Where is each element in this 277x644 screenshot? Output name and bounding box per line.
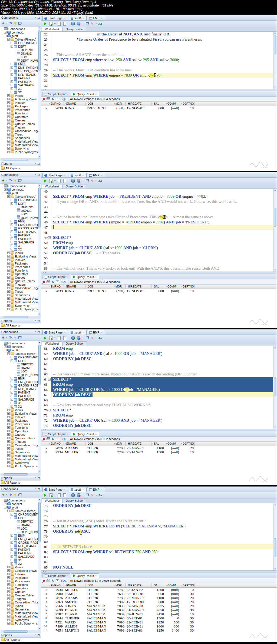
editor-scroll-thumb[interactable] — [274, 208, 276, 227]
grid-header-job[interactable]: ↕JOB — [85, 285, 113, 289]
grid-header-hiredate[interactable]: ↕HIREDATE — [126, 583, 151, 587]
tree-scrollbar[interactable]: ▲▼ — [38, 184, 41, 316]
grid-header-empno[interactable]: ↕EMPNO — [48, 285, 64, 289]
expand-icon[interactable]: + — [7, 147, 10, 150]
tree-item-public-synonyms[interactable]: +Public Synonyms — [0, 150, 41, 154]
tree-item-queues[interactable]: +Queues — [0, 118, 41, 122]
sort-icon[interactable]: ↕ — [86, 285, 87, 288]
sort-icon[interactable]: ↕ — [152, 584, 153, 587]
collapse-icon[interactable]: − — [4, 35, 6, 37]
add-connection-icon[interactable]: + — [2, 179, 4, 182]
restore-icon[interactable] — [38, 174, 40, 176]
expand-icon[interactable]: + — [11, 80, 13, 83]
expand-icon[interactable]: + — [11, 377, 13, 379]
code-line-79[interactable] — [51, 534, 273, 539]
expand-icon[interactable]: + — [7, 144, 10, 146]
scroll-up-icon[interactable]: ▲ — [38, 27, 41, 29]
sql-link[interactable]: SQL — [61, 437, 67, 441]
grid-header-empno[interactable]: ↕EMPNO — [48, 442, 64, 446]
code-line-75[interactable] — [51, 513, 273, 518]
tree-item-nfl-teams[interactable]: +NFL_TEAMS — [0, 73, 41, 76]
scroll-up-icon[interactable]: ▲ — [273, 346, 277, 349]
tree-item-dname[interactable]: DNAME — [0, 209, 41, 212]
tree-item-x1[interactable]: +X1 — [0, 244, 41, 247]
tree-item-emp[interactable]: +EMP — [0, 377, 41, 380]
sort-icon[interactable]: ↕ — [126, 285, 127, 288]
grid-header-empno[interactable]: ↕EMPNO — [48, 102, 64, 106]
tree-item-gross-products[interactable]: +GROSS_PRODUCTS — [0, 226, 41, 230]
code-line-46[interactable]: SELECT * FROM emp WHERE (empno = 7839 OR… — [51, 220, 273, 225]
expand-icon[interactable]: + — [11, 545, 13, 547]
tab-start-page[interactable]: ?Start Page× — [42, 330, 68, 335]
run-statement-icon[interactable] — [43, 179, 47, 183]
restore-icon[interactable] — [38, 17, 40, 19]
expand-icon[interactable]: + — [7, 98, 10, 100]
collapse-icon[interactable]: − — [4, 192, 6, 194]
tree-item-nfl-teams[interactable]: +NFL_TEAMS — [0, 544, 41, 548]
tree-item-patient[interactable]: +PATIENT — [0, 233, 41, 237]
expand-icon[interactable]: + — [7, 576, 10, 579]
code-line-74[interactable] — [51, 508, 273, 513]
expand-icon[interactable]: + — [11, 87, 13, 90]
sql-link[interactable]: SQL — [61, 579, 67, 582]
expand-icon[interactable]: + — [7, 601, 10, 603]
layout-icon[interactable] — [18, 179, 21, 182]
expand-icon[interactable]: + — [7, 287, 10, 289]
expand-icon[interactable]: + — [7, 283, 10, 286]
tree-item-public-synonyms[interactable]: +Public Synonyms — [0, 622, 41, 625]
code-line-28[interactable] — [51, 62, 273, 68]
tree-item-x1[interactable]: +X1 — [0, 87, 41, 90]
expand-icon[interactable]: + — [7, 608, 10, 610]
unshared-worksheet-icon[interactable] — [85, 336, 89, 340]
collapse-icon[interactable]: − — [11, 517, 13, 519]
clear-grid-icon[interactable]: × — [56, 438, 59, 440]
expand-icon[interactable]: + — [7, 105, 10, 107]
tree-item-editioning-views[interactable]: +Editioning Views — [0, 97, 41, 101]
table-row[interactable]: 17876ADAMSCLERK778823-MAY-871100(null)20 — [41, 446, 277, 450]
tree-item-queues[interactable]: +Queues — [0, 433, 41, 436]
code-line-42[interactable]: -- if you change OR to AND, both conditi… — [51, 199, 273, 204]
expand-icon[interactable]: + — [7, 290, 10, 293]
tree-scroll-thumb[interactable] — [38, 502, 41, 542]
scroll-up-icon[interactable]: ▲ — [273, 189, 277, 192]
tree-item-triggers[interactable]: +Triggers — [0, 283, 41, 286]
tab-close-icon[interactable]: × — [64, 488, 65, 491]
grid-header-comm[interactable]: ↕COMM — [165, 583, 180, 587]
scroll-down-icon[interactable]: ▼ — [273, 567, 277, 570]
grid-header-deptno[interactable]: ↕DEPTNO — [180, 583, 195, 587]
subtab-worksheet[interactable]: Worksheet — [42, 184, 62, 189]
run-dropdown-icon[interactable]: ▾ — [54, 494, 55, 497]
expand-icon[interactable]: + — [11, 230, 13, 233]
add-dropdown-icon[interactable]: ▾ — [6, 22, 7, 25]
code-area[interactable]: in the Order of NOT, AND, and finally, O… — [51, 32, 273, 89]
grid-header-deptno[interactable]: ↕DEPTNO — [180, 442, 195, 446]
subtab-query-builder[interactable]: Query Builder — [62, 341, 87, 346]
tree-item-types[interactable]: +Types — [0, 447, 41, 450]
refresh-icon[interactable]: ↻ — [9, 22, 12, 25]
sort-icon[interactable]: ↕ — [49, 442, 50, 445]
tree-hscroll-thumb[interactable] — [4, 316, 28, 318]
tree-item-editioning-views[interactable]: +Editioning Views — [0, 255, 41, 258]
tree-item-crossedition-triggers[interactable]: +Crossedition Triggers — [0, 129, 41, 133]
tab-close-icon[interactable]: × — [95, 574, 97, 577]
expand-icon[interactable]: + — [7, 115, 10, 118]
expand-icon[interactable]: + — [11, 220, 13, 222]
code-line-60[interactable]: ORDER BY job DESC; — [51, 356, 273, 361]
run-script-icon[interactable] — [49, 22, 53, 26]
run-statement-icon[interactable] — [43, 336, 47, 340]
tab-scott[interactable]: scott× — [69, 330, 87, 335]
grid-header-ename[interactable]: ↕ENAME — [64, 102, 85, 106]
collapse-icon[interactable]: − — [11, 45, 13, 48]
tree-item-connect1[interactable]: +connect1 — [0, 188, 41, 191]
sort-icon[interactable]: ↕ — [65, 103, 66, 105]
tree-item-gross-products[interactable]: +GROSS_PRODUCTS — [0, 69, 41, 73]
layout-icon[interactable] — [18, 336, 21, 339]
tab-close-icon[interactable]: × — [82, 488, 84, 491]
tree-item-connections[interactable]: Connections — [0, 341, 41, 345]
tree-item-operators[interactable]: +Operators — [0, 272, 41, 276]
grid-header-ename[interactable]: ↕ENAME — [64, 583, 85, 587]
sql-link[interactable]: SQL — [61, 280, 67, 283]
tree-item-editioning-views[interactable]: +Editioning Views — [0, 412, 41, 415]
tab-script-output[interactable]: Script Output× — [42, 573, 70, 578]
code-line-48[interactable] — [51, 230, 273, 235]
